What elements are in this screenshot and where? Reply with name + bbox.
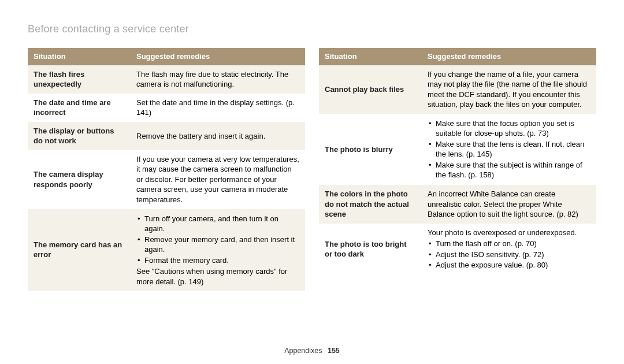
remedy-text: Set the date and time in the display set… xyxy=(136,98,299,118)
situation-cell: The colors in the photo do not match the… xyxy=(319,185,422,224)
remedy-cell: Remove the battery and insert it again. xyxy=(131,122,305,150)
situation-cell: The date and time are incorrect xyxy=(28,94,131,122)
remedy-text: An incorrect White Balance can create un… xyxy=(428,189,590,220)
content-columns: Situation Suggested remedies The flash f… xyxy=(28,48,596,291)
situation-cell: The photo is blurry xyxy=(319,114,422,185)
table-row: Cannot play back filesIf you change the … xyxy=(319,65,596,114)
col-header-situation: Situation xyxy=(28,48,131,65)
remedy-list-item: Remove your memory card, and then insert… xyxy=(136,235,299,255)
situation-cell: The display or buttons do not work xyxy=(28,122,131,150)
remedy-text: If you change the name of a file, your c… xyxy=(428,69,590,110)
page-footer: Appendixes 155 xyxy=(0,347,624,355)
situation-cell: The camera display responds poorly xyxy=(28,150,131,209)
remedy-cell: If you use your camera at very low tempe… xyxy=(131,150,305,209)
table-row: The photo is blurryMake sure that the fo… xyxy=(319,114,596,185)
table-row: The memory card has an errorTurn off you… xyxy=(28,209,305,291)
col-header-situation: Situation xyxy=(319,48,422,65)
footer-section: Appendixes xyxy=(284,347,322,355)
remedy-cell: Your photo is overexposed or underexpose… xyxy=(422,224,596,275)
remedy-list-item: Adjust the exposure value. (p. 80) xyxy=(428,260,590,270)
left-column: Situation Suggested remedies The flash f… xyxy=(28,48,305,291)
table-row: The date and time are incorrectSet the d… xyxy=(28,94,305,122)
remedy-cell: Make sure that the focus option you set … xyxy=(422,114,596,185)
remedy-list-item: Turn off your camera, and then turn it o… xyxy=(136,214,299,234)
situation-cell: The flash fires unexpectedly xyxy=(28,65,131,94)
remedy-list-item: Adjust the ISO sensitivity. (p. 72) xyxy=(428,250,590,260)
remedy-cell: Turn off your camera, and then turn it o… xyxy=(131,209,305,291)
troubleshoot-table-right: Situation Suggested remedies Cannot play… xyxy=(319,48,596,275)
table-row: The display or buttons do not workRemove… xyxy=(28,122,305,150)
page-title: Before contacting a service center xyxy=(28,23,596,35)
troubleshoot-table-left: Situation Suggested remedies The flash f… xyxy=(28,48,305,291)
remedy-cell: If you change the name of a file, your c… xyxy=(422,65,596,114)
remedy-text: If you use your camera at very low tempe… xyxy=(136,154,299,205)
table-row: The colors in the photo do not match the… xyxy=(319,185,596,224)
col-header-remedies: Suggested remedies xyxy=(131,48,305,65)
remedy-cell: The flash may fire due to static electri… xyxy=(131,65,305,94)
table-row: The photo is too bright or too darkYour … xyxy=(319,224,596,275)
remedy-list: Turn off your camera, and then turn it o… xyxy=(136,214,299,266)
col-header-remedies: Suggested remedies xyxy=(422,48,596,65)
remedy-tail: See "Cautions when using memory cards" f… xyxy=(136,266,299,287)
situation-cell: The photo is too bright or too dark xyxy=(319,224,422,275)
remedy-list-item: Turn the flash off or on. (p. 70) xyxy=(428,239,590,249)
remedy-lead: Your photo is overexposed or underexpose… xyxy=(428,228,590,238)
situation-cell: Cannot play back files xyxy=(319,65,422,114)
remedy-list-item: Make sure that the subject is within ran… xyxy=(428,160,590,180)
remedy-text: The flash may fire due to static electri… xyxy=(136,69,299,90)
table-row: The camera display responds poorlyIf you… xyxy=(28,150,305,209)
footer-page-number: 155 xyxy=(328,347,340,355)
situation-cell: The memory card has an error xyxy=(28,209,131,291)
remedy-cell: An incorrect White Balance can create un… xyxy=(422,185,596,224)
remedy-list: Make sure that the focus option you set … xyxy=(428,118,590,180)
remedy-list-item: Make sure that the lens is clean. If not… xyxy=(428,139,590,159)
manual-page: Before contacting a service center Situa… xyxy=(0,0,624,364)
remedy-list-item: Make sure that the focus option you set … xyxy=(428,118,590,139)
remedy-cell: Set the date and time in the display set… xyxy=(131,94,305,122)
right-column: Situation Suggested remedies Cannot play… xyxy=(319,48,596,291)
remedy-list-item: Format the memory card. xyxy=(136,255,299,266)
remedy-list: Turn the flash off or on. (p. 70)Adjust … xyxy=(428,239,590,270)
remedy-text: Remove the battery and insert it again. xyxy=(136,131,299,142)
table-row: The flash fires unexpectedlyThe flash ma… xyxy=(28,65,305,94)
